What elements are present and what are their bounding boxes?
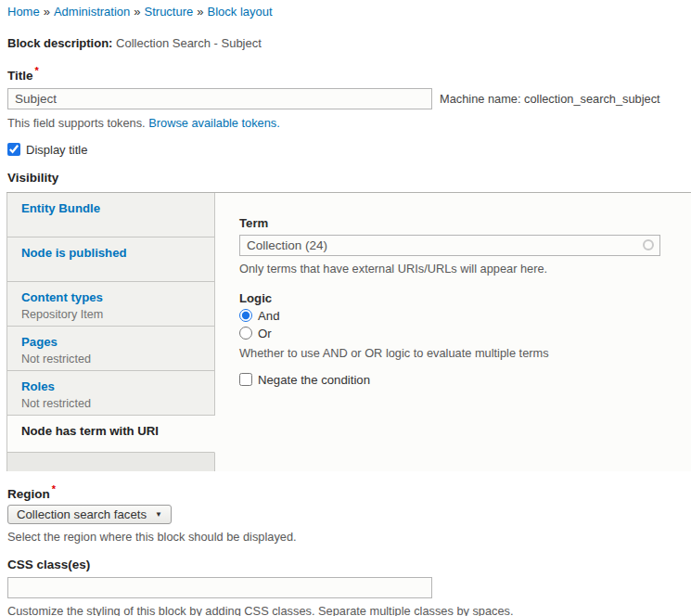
required-asterisk: *: [35, 65, 39, 76]
region-description: Select the region where this block shoul…: [7, 530, 691, 544]
breadcrumb: Home»Administration»Structure»Block layo…: [7, 5, 691, 19]
autocomplete-throbber-icon: [643, 239, 654, 250]
title-label: Title*: [7, 65, 39, 83]
term-label: Term: [239, 216, 673, 230]
browse-tokens-link[interactable]: Browse available tokens.: [148, 116, 280, 130]
term-autocomplete: [239, 235, 660, 256]
vertical-tab-partial: [7, 453, 215, 471]
logic-description: Whether to use AND or OR logic to evalua…: [239, 346, 673, 360]
block-description: Block description: Collection Search - S…: [7, 36, 691, 50]
term-description: Only terms that have external URIs/URLs …: [239, 262, 673, 276]
display-title-label: Display title: [26, 143, 87, 157]
machine-name: Machine name: collection_search_subject: [440, 92, 660, 106]
css-classes-description: Customize the styling of this block by a…: [7, 604, 691, 616]
negate-label: Negate the condition: [258, 373, 370, 387]
breadcrumb-link-home[interactable]: Home: [7, 5, 40, 19]
block-description-label: Block description:: [7, 36, 112, 50]
visibility-heading: Visibility: [7, 171, 691, 185]
css-classes-label: CSS class(es): [7, 558, 90, 571]
negate-option[interactable]: Negate the condition: [239, 373, 673, 387]
vertical-tab-node-has-term-with-uri[interactable]: Node has term with URI: [7, 416, 215, 453]
region-selected-value: Collection search facets: [17, 507, 147, 521]
negate-checkbox[interactable]: [239, 373, 252, 386]
chevron-down-icon: ▼: [155, 510, 162, 519]
breadcrumb-separator: »: [134, 5, 140, 19]
vertical-tab-pages[interactable]: Pages Not restricted: [7, 327, 215, 371]
vertical-tab-roles[interactable]: Roles Not restricted: [7, 371, 215, 416]
breadcrumb-link-block-layout[interactable]: Block layout: [208, 5, 273, 19]
logic-and-radio[interactable]: [239, 309, 252, 322]
vertical-tabs-menu: Entity Bundle Node is published Content …: [6, 193, 215, 471]
title-input[interactable]: [7, 88, 432, 109]
css-classes-input[interactable]: [7, 577, 432, 598]
token-note: This field supports tokens. Browse avail…: [7, 116, 691, 130]
region-label: Region*: [7, 483, 56, 501]
logic-label: Logic: [239, 291, 673, 305]
breadcrumb-separator: »: [197, 5, 203, 19]
vertical-tab-node-is-published[interactable]: Node is published: [7, 237, 215, 282]
block-description-value: Collection Search - Subject: [116, 36, 262, 50]
visibility-panel: Entity Bundle Node is published Content …: [6, 192, 691, 471]
breadcrumb-link-administration[interactable]: Administration: [54, 5, 130, 19]
breadcrumb-link-structure[interactable]: Structure: [145, 5, 194, 19]
region-select[interactable]: Collection search facets ▼: [7, 505, 172, 524]
required-asterisk: *: [52, 483, 56, 494]
display-title-checkbox[interactable]: [7, 143, 20, 156]
visibility-tab-pane: Term Only terms that have external URIs/…: [215, 193, 691, 471]
vertical-tab-entity-bundle[interactable]: Entity Bundle: [7, 193, 215, 237]
display-title-option[interactable]: Display title: [7, 143, 691, 157]
logic-or-radio[interactable]: [239, 327, 252, 340]
term-input[interactable]: [239, 235, 660, 256]
breadcrumb-separator: »: [44, 5, 50, 19]
vertical-tab-content-types[interactable]: Content types Repository Item: [7, 282, 215, 327]
logic-option-or[interactable]: Or: [239, 327, 673, 340]
logic-option-and[interactable]: And: [239, 309, 673, 323]
